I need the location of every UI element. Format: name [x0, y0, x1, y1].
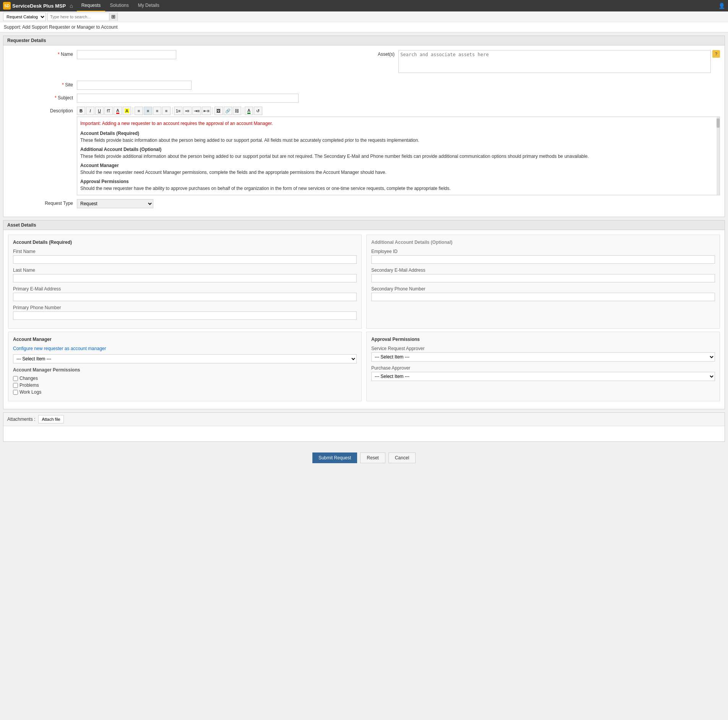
service-request-approver-select[interactable]: --- Select Item --- [371, 352, 715, 362]
changes-checkbox-item: Changes [13, 376, 357, 381]
editor-content-area[interactable]: Important: Adding a new requester to an … [77, 117, 717, 195]
primary-phone-input[interactable] [13, 311, 357, 320]
toolbar-image[interactable]: 🖼 [214, 107, 223, 115]
toolbar-highlight[interactable]: A [123, 107, 131, 115]
attachments-label: Attachments : [7, 417, 35, 422]
attach-file-button[interactable]: Attach file [38, 415, 63, 423]
primary-phone-label: Primary Phone Number [13, 305, 357, 310]
submit-request-button[interactable]: Submit Request [312, 452, 357, 463]
last-name-label: Last Name [13, 268, 357, 273]
account-required-title: Account Details (Required) [13, 240, 357, 245]
configure-account-manager-link[interactable]: Configure new requester as account manag… [13, 346, 106, 351]
search-wrap: ⊞ [47, 13, 118, 21]
requester-details-body: * Name Demo User Asset(s) ? * Site [3, 45, 725, 217]
editor-section3-title: Account Manager [80, 162, 713, 169]
first-name-input[interactable] [13, 255, 357, 264]
assets-area: ? [398, 50, 720, 73]
toolbar-ol[interactable]: 1≡ [174, 107, 182, 115]
secondary-email-label: Secondary E-Mail Address [371, 268, 715, 273]
work-logs-label: Work Logs [20, 389, 41, 395]
search-input[interactable] [48, 13, 109, 21]
editor-section2-text: These fields provide additional informat… [80, 153, 713, 160]
breadcrumb: Support: Add Support Requester or Manage… [0, 22, 728, 32]
secondary-email-input[interactable] [371, 274, 715, 282]
toolbar-bold[interactable]: B [77, 107, 85, 115]
assets-row: Asset(s) ? [368, 50, 720, 73]
editor-section1-text: These fields provide basic information a… [80, 137, 713, 144]
search-button[interactable]: ⊞ [109, 13, 117, 21]
toolbar-unlink[interactable]: ⛓ [233, 107, 241, 115]
editor-scrollbar[interactable] [717, 117, 720, 195]
request-type-label: Request Type [8, 199, 77, 206]
last-name-input[interactable] [13, 274, 357, 282]
home-icon[interactable]: ⌂ [70, 3, 73, 9]
user-profile-icon[interactable]: 👤 [718, 3, 725, 9]
attachments-area [3, 426, 725, 441]
toolbar-link[interactable]: 🔗 [224, 107, 232, 115]
editor-toolbar: B I U fT A A ≡ ≡ ≡ ≡ 1≡ •≡ ⇥≡ [77, 107, 720, 115]
brand-icon: SD [3, 2, 11, 10]
toolbar-outdent[interactable]: ⇤≡ [202, 107, 211, 115]
assets-textarea[interactable] [398, 50, 711, 73]
problems-checkbox[interactable] [13, 383, 18, 388]
editor-important-text: Important: Adding a new requester to an … [80, 120, 713, 127]
purchase-approver-select[interactable]: --- Select Item --- [371, 372, 715, 381]
toolbar-ul[interactable]: •≡ [183, 107, 192, 115]
editor-outer: Important: Adding a new requester to an … [77, 117, 720, 195]
nav-requests[interactable]: Requests [77, 0, 106, 11]
name-input[interactable]: Demo User [77, 50, 176, 59]
work-logs-checkbox[interactable] [13, 390, 18, 395]
asset-details-top-grid: Account Details (Required) First Name La… [8, 235, 720, 332]
subject-label: * Subject [8, 94, 77, 101]
main-content: Requester Details * Name Demo User Asset… [0, 32, 728, 448]
name-label: * Name [8, 50, 77, 57]
nav-solutions[interactable]: Solutions [105, 0, 133, 11]
toolbar-separator-4 [243, 107, 243, 114]
first-name-group: First Name [13, 249, 357, 264]
asset-details-panel: Asset Details Account Details (Required)… [3, 220, 725, 409]
assets-help-icon[interactable]: ? [712, 50, 720, 58]
nav-my-details[interactable]: My Details [133, 0, 164, 11]
reset-button[interactable]: Reset [360, 452, 385, 463]
editor-section2-title: Additional Account Details (Optional) [80, 146, 713, 153]
requester-details-panel: Requester Details * Name Demo User Asset… [3, 36, 725, 217]
toolbar-align-left[interactable]: ≡ [135, 107, 143, 115]
asset-details-header: Asset Details [3, 221, 725, 230]
changes-label: Changes [20, 376, 38, 381]
changes-checkbox[interactable] [13, 376, 18, 381]
secondary-phone-input[interactable] [371, 293, 715, 301]
toolbar-underline[interactable]: U [95, 107, 104, 115]
account-optional-title: Additional Account Details (Optional) [371, 240, 715, 245]
toolbar-font-color[interactable]: A [114, 107, 122, 115]
subject-input[interactable]: Add Requester to Account [77, 94, 299, 103]
account-manager-select[interactable]: --- Select Item --- [13, 354, 357, 363]
toolbar-justify[interactable]: ≡ [162, 107, 171, 115]
request-type-select[interactable]: Request [77, 199, 153, 208]
editor-section4-title: Approval Permissions [80, 178, 713, 185]
toolbar-font[interactable]: fT [104, 107, 113, 115]
secondary-email-group: Secondary E-Mail Address [371, 268, 715, 282]
asset-details-bottom-grid: Account Manager Configure new requester … [8, 332, 720, 404]
toolbar-italic[interactable]: I [86, 107, 94, 115]
toolbar-align-right[interactable]: ≡ [153, 107, 161, 115]
account-manager-title: Account Manager [13, 337, 357, 342]
attachments-bar: Attachments : Attach file [3, 413, 725, 426]
problems-label: Problems [20, 383, 39, 388]
employee-id-input[interactable] [371, 255, 715, 264]
approval-permissions-section: Approval Permissions Service Request App… [366, 332, 720, 401]
last-name-group: Last Name [13, 268, 357, 282]
toolbar-align-center[interactable]: ≡ [144, 107, 152, 115]
service-request-approver-label: Service Request Approver [371, 346, 715, 351]
cancel-button[interactable]: Cancel [388, 452, 416, 463]
site-input[interactable]: Sample Site [77, 81, 192, 90]
toolbar-indent[interactable]: ⇥≡ [192, 107, 201, 115]
brand-logo: SD ServiceDesk Plus MSP [3, 2, 66, 10]
primary-email-input[interactable] [13, 293, 357, 301]
toolbar-text-color2[interactable]: A [245, 107, 253, 115]
editor-section3-text: Should the new requester need Account Ma… [80, 169, 713, 176]
description-label: Description [8, 107, 77, 114]
toolbar-undo[interactable]: ↺ [254, 107, 262, 115]
request-catalog-dropdown[interactable]: Request Catalog [3, 13, 46, 21]
work-logs-checkbox-item: Work Logs [13, 389, 357, 395]
account-manager-dropdown-group: --- Select Item --- [13, 354, 357, 363]
